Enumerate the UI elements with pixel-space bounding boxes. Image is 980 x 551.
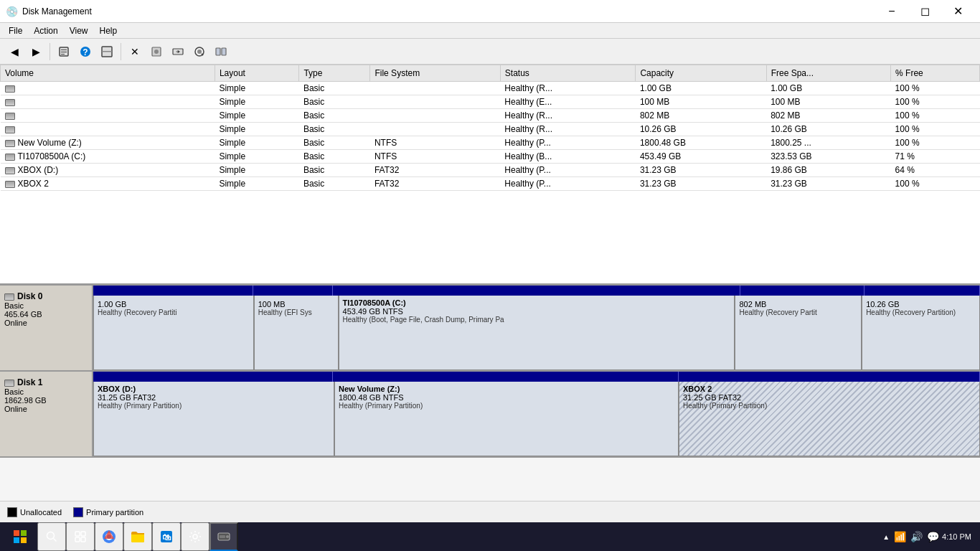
svg-rect-7 bbox=[102, 51, 112, 52]
partition-segment[interactable]: 802 MB Healthy (Recovery Partit bbox=[735, 296, 862, 370]
legend-label-unallocated: Unallocated bbox=[20, 508, 62, 517]
partition-size: 453.49 GB NTFS bbox=[343, 307, 731, 316]
cell-free: 323.53 GB bbox=[766, 150, 890, 164]
disk-mgmt-button[interactable] bbox=[209, 522, 238, 551]
svg-rect-24 bbox=[75, 537, 80, 542]
partition-segment[interactable]: TI10708500A (C:) 453.49 GB NTFS Healthy … bbox=[339, 296, 735, 370]
taskbar-right: ▲ 📶 🔊 💬 4:10 PM bbox=[877, 531, 977, 542]
cell-fs bbox=[370, 109, 500, 123]
file-explorer-button[interactable] bbox=[123, 522, 152, 551]
col-layout[interactable]: Layout bbox=[215, 65, 298, 82]
properties-button[interactable] bbox=[54, 42, 74, 62]
disk-label: Disk 0 Basic 465.64 GB Online bbox=[0, 286, 93, 370]
disk-partitions-area: 1.00 GB Healthy (Recovery Partiti 100 MB… bbox=[93, 286, 980, 370]
volume-panel[interactable]: Volume Layout Type File System Status Ca… bbox=[0, 65, 980, 286]
taskbar-clock[interactable]: 4:10 PM bbox=[942, 532, 971, 541]
partition-segment[interactable]: XBOX 2 31.25 GB FAT32 Healthy (Primary P… bbox=[679, 382, 980, 456]
table-row[interactable]: New Volume (Z:)SimpleBasicNTFSHealthy (P… bbox=[1, 136, 980, 150]
mirror-button[interactable] bbox=[211, 42, 231, 62]
table-row[interactable]: SimpleBasicHealthy (R...10.26 GB10.26 GB… bbox=[1, 123, 980, 136]
partition-segment[interactable]: 1.00 GB Healthy (Recovery Partiti bbox=[93, 296, 254, 370]
disk-label: Disk 1 Basic 1862.98 GB Online bbox=[0, 372, 93, 456]
disk-online-status: Online bbox=[4, 405, 88, 413]
extend-button[interactable] bbox=[168, 42, 188, 62]
chrome-button[interactable] bbox=[95, 522, 123, 551]
forward-button[interactable]: ▶ bbox=[26, 42, 46, 62]
table-row[interactable]: XBOX 2SimpleBasicFAT32Healthy (P...31.23… bbox=[1, 177, 980, 191]
chevron-up-icon[interactable]: ▲ bbox=[882, 533, 890, 541]
disk-icon bbox=[5, 113, 15, 120]
disk-row: Disk 1 Basic 1862.98 GB Online XBOX (D:)… bbox=[0, 372, 980, 458]
menu-action[interactable]: Action bbox=[28, 24, 63, 37]
col-status[interactable]: Status bbox=[500, 65, 636, 82]
cell-pct: 100 % bbox=[891, 123, 980, 136]
partition-color-bar bbox=[93, 372, 980, 382]
cell-free: 31.23 GB bbox=[766, 177, 890, 191]
col-type[interactable]: Type bbox=[299, 65, 370, 82]
volume-table-body: SimpleBasicHealthy (R...1.00 GB1.00 GB10… bbox=[1, 82, 980, 191]
volume-icon[interactable]: 🔊 bbox=[910, 531, 923, 542]
notifications-icon[interactable]: 💬 bbox=[927, 531, 939, 542]
back-button[interactable]: ◀ bbox=[4, 42, 24, 62]
help-button[interactable]: ? bbox=[75, 42, 95, 62]
cell-free: 1.00 GB bbox=[766, 82, 890, 95]
partition-name: TI10708500A (C:) bbox=[343, 298, 731, 307]
shrink-button[interactable] bbox=[189, 42, 209, 62]
partition-segments-row: XBOX (D:) 31.25 GB FAT32 Healthy (Primar… bbox=[93, 382, 980, 456]
col-filesystem[interactable]: File System bbox=[370, 65, 500, 82]
format-button[interactable] bbox=[146, 42, 166, 62]
cell-type: Basic bbox=[299, 150, 370, 164]
partition-segment[interactable]: XBOX (D:) 31.25 GB FAT32 Healthy (Primar… bbox=[93, 382, 334, 456]
svg-point-12 bbox=[197, 50, 202, 54]
network-icon[interactable]: 📶 bbox=[894, 531, 906, 542]
disk-icon bbox=[5, 181, 15, 188]
cell-volume: TI10708500A (C:) bbox=[1, 150, 215, 164]
cell-status: Healthy (R... bbox=[500, 82, 636, 95]
svg-rect-34 bbox=[220, 535, 225, 538]
cell-capacity: 100 MB bbox=[636, 95, 766, 109]
table-row[interactable]: XBOX (D:)SimpleBasicFAT32Healthy (P...31… bbox=[1, 164, 980, 177]
minimize-button[interactable]: − bbox=[875, 0, 908, 23]
svg-point-9 bbox=[154, 50, 159, 54]
partition-segment[interactable]: 10.26 GB Healthy (Recovery Partition) bbox=[862, 296, 980, 370]
menu-help[interactable]: Help bbox=[94, 24, 123, 37]
disk-map-panel[interactable]: Disk 0 Basic 465.64 GB Online 1.00 GB He… bbox=[0, 286, 980, 501]
toolbar-separator-2 bbox=[121, 43, 121, 60]
maximize-button[interactable]: ◻ bbox=[908, 0, 941, 23]
table-row[interactable]: SimpleBasicHealthy (E...100 MB100 MB100 … bbox=[1, 95, 980, 109]
disk-type: Basic bbox=[4, 387, 88, 396]
col-pctfree[interactable]: % Free bbox=[891, 65, 980, 82]
partition-size: 10.26 GB bbox=[866, 300, 976, 309]
snap-button[interactable] bbox=[97, 42, 117, 62]
title-bar: 💿 Disk Management − ◻ ✕ bbox=[0, 0, 980, 23]
svg-rect-19 bbox=[21, 537, 27, 543]
cell-layout: Simple bbox=[215, 164, 298, 177]
delete-button[interactable]: ✕ bbox=[125, 42, 145, 62]
partition-segment[interactable]: New Volume (Z:) 1800.48 GB NTFS Healthy … bbox=[334, 382, 679, 456]
col-capacity[interactable]: Capacity bbox=[636, 65, 766, 82]
svg-line-21 bbox=[54, 539, 57, 542]
legend-bar: Unallocated Primary partition bbox=[0, 501, 980, 522]
table-row[interactable]: SimpleBasicHealthy (R...1.00 GB1.00 GB10… bbox=[1, 82, 980, 95]
menu-view[interactable]: View bbox=[64, 24, 94, 37]
cell-type: Basic bbox=[299, 82, 370, 95]
table-row[interactable]: TI10708500A (C:)SimpleBasicNTFSHealthy (… bbox=[1, 150, 980, 164]
search-button[interactable] bbox=[37, 522, 66, 551]
col-freespace[interactable]: Free Spa... bbox=[766, 65, 890, 82]
cell-free: 100 MB bbox=[766, 95, 890, 109]
table-row[interactable]: SimpleBasicHealthy (R...802 MB802 MB100 … bbox=[1, 109, 980, 123]
store-button[interactable]: 🛍 bbox=[152, 522, 181, 551]
svg-point-20 bbox=[47, 532, 55, 540]
svg-rect-17 bbox=[21, 530, 27, 536]
settings-button[interactable] bbox=[181, 522, 209, 551]
partition-segment[interactable]: 100 MB Healthy (EFI Sys bbox=[254, 296, 339, 370]
partition-status: Healthy (Primary Partition) bbox=[339, 402, 674, 410]
cell-layout: Simple bbox=[215, 177, 298, 191]
start-button[interactable] bbox=[3, 522, 37, 551]
col-volume[interactable]: Volume bbox=[1, 65, 215, 82]
menu-file[interactable]: File bbox=[3, 24, 28, 37]
task-view-button[interactable] bbox=[66, 522, 95, 551]
disk-icon bbox=[5, 154, 15, 161]
close-button[interactable]: ✕ bbox=[941, 0, 974, 23]
cell-layout: Simple bbox=[215, 123, 298, 136]
